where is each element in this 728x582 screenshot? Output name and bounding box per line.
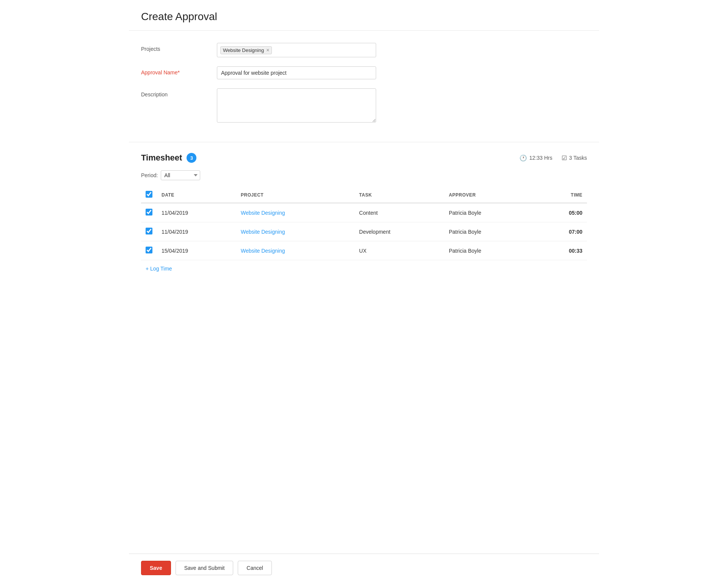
row-task-1: Development [355, 222, 444, 241]
select-all-header [141, 187, 157, 203]
total-hours: 12:33 Hrs [529, 155, 552, 161]
select-all-checkbox[interactable] [146, 191, 152, 198]
row-task-0: Content [355, 203, 444, 222]
page-title: Create Approval [141, 11, 587, 23]
description-input[interactable] [217, 88, 376, 123]
row-checkbox-cell [141, 241, 157, 260]
project-tag-remove[interactable]: × [266, 47, 269, 53]
row-task-2: UX [355, 241, 444, 260]
row-project-link-0[interactable]: Website Designing [241, 210, 285, 216]
period-select[interactable]: All This Week This Month Last Month [161, 170, 200, 180]
period-filter: Period: All This Week This Month Last Mo… [141, 170, 587, 180]
tasks-icon: ☑ [562, 154, 567, 162]
row-checkbox-1[interactable] [146, 228, 152, 234]
total-tasks: 3 Tasks [569, 155, 587, 161]
row-project-1: Website Designing [236, 222, 355, 241]
table-row: 11/04/2019 Website Designing Content Pat… [141, 203, 587, 222]
projects-row: Projects Website Designing × [141, 43, 587, 57]
row-date-0: 11/04/2019 [157, 203, 236, 222]
projects-tag-input[interactable]: Website Designing × [217, 43, 376, 57]
description-wrapper [217, 88, 376, 124]
table-row: 15/04/2019 Website Designing UX Patricia… [141, 241, 587, 260]
date-column-header: DATE [157, 187, 236, 203]
row-checkbox-2[interactable] [146, 247, 152, 253]
time-column-header: TIME [537, 187, 587, 203]
save-submit-button[interactable]: Save and Submit [176, 561, 234, 575]
description-row: Description [141, 88, 587, 124]
row-project-link-1[interactable]: Website Designing [241, 229, 285, 235]
timesheet-meta: 🕐 12:33 Hrs ☑ 3 Tasks [519, 154, 587, 162]
row-approver-2: Patricia Boyle [444, 241, 537, 260]
task-column-header: TASK [355, 187, 444, 203]
approval-name-input[interactable] [217, 66, 376, 79]
timesheet-badge: 3 [187, 153, 196, 163]
approval-name-wrapper [217, 66, 376, 79]
approval-name-label: Approval Name* [141, 66, 217, 76]
projects-label: Projects [141, 43, 217, 52]
description-label: Description [141, 88, 217, 98]
timesheet-table: DATE PROJECT TASK APPROVER TIME 11/04/20… [141, 187, 587, 260]
project-tag-label: Website Designing [223, 47, 264, 53]
row-project-0: Website Designing [236, 203, 355, 222]
timesheet-title-group: Timesheet 3 [141, 153, 196, 163]
project-tag: Website Designing × [220, 46, 272, 54]
row-checkbox-cell [141, 203, 157, 222]
row-time-1: 07:00 [537, 222, 587, 241]
total-tasks-item: ☑ 3 Tasks [562, 154, 587, 162]
timesheet-section: Timesheet 3 🕐 12:33 Hrs ☑ 3 Tasks Period… [129, 142, 599, 286]
row-time-0: 05:00 [537, 203, 587, 222]
save-button[interactable]: Save [141, 561, 171, 575]
row-checkbox-cell [141, 222, 157, 241]
row-project-2: Website Designing [236, 241, 355, 260]
row-approver-1: Patricia Boyle [444, 222, 537, 241]
row-checkbox-0[interactable] [146, 209, 152, 215]
cancel-button[interactable]: Cancel [238, 561, 272, 575]
row-project-link-2[interactable]: Website Designing [241, 248, 285, 254]
approval-name-row: Approval Name* [141, 66, 587, 79]
projects-input-wrapper: Website Designing × [217, 43, 376, 57]
project-column-header: PROJECT [236, 187, 355, 203]
row-approver-0: Patricia Boyle [444, 203, 537, 222]
row-date-2: 15/04/2019 [157, 241, 236, 260]
row-date-1: 11/04/2019 [157, 222, 236, 241]
form-section: Projects Website Designing × Approval Na… [129, 31, 599, 142]
total-hours-item: 🕐 12:33 Hrs [519, 154, 552, 162]
approver-column-header: APPROVER [444, 187, 537, 203]
table-row: 11/04/2019 Website Designing Development… [141, 222, 587, 241]
log-time-button[interactable]: + Log Time [141, 260, 177, 277]
table-header-row: DATE PROJECT TASK APPROVER TIME [141, 187, 587, 203]
timesheet-title: Timesheet [141, 153, 182, 163]
row-time-2: 00:33 [537, 241, 587, 260]
footer-bar: Save Save and Submit Cancel [129, 554, 599, 582]
period-label: Period: [141, 172, 158, 178]
timesheet-header: Timesheet 3 🕐 12:33 Hrs ☑ 3 Tasks [141, 153, 587, 163]
clock-icon: 🕐 [519, 154, 527, 162]
